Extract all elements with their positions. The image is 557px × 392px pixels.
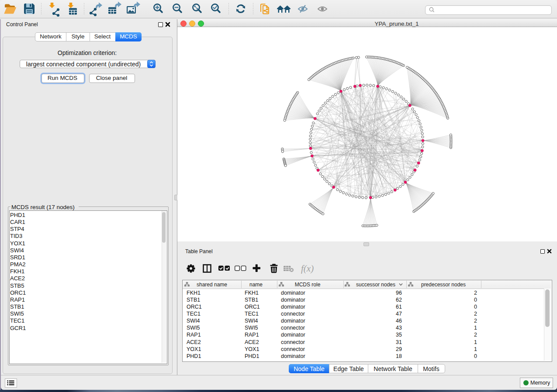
svg-text:f(x): f(x) — [301, 263, 314, 274]
